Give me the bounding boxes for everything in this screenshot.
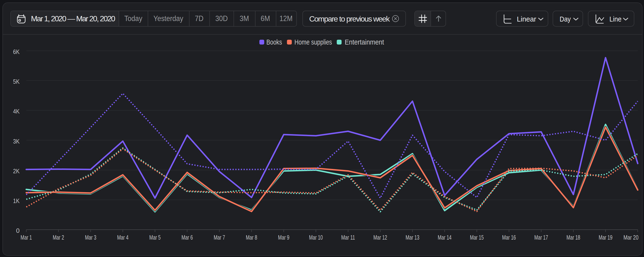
svg-text:2K: 2K	[13, 167, 20, 175]
svg-text:Mar 12: Mar 12	[374, 234, 387, 241]
svg-text:Mar 20: Mar 20	[624, 234, 638, 241]
svg-text:Mar 15: Mar 15	[470, 234, 484, 241]
svg-text:Mar 3: Mar 3	[85, 234, 96, 241]
svg-text:Mar 7: Mar 7	[214, 234, 225, 241]
svg-text:Mar 8: Mar 8	[246, 234, 257, 241]
svg-text:Mar 16: Mar 16	[502, 234, 516, 241]
svg-text:1K: 1K	[13, 197, 20, 204]
svg-text:Mar 6: Mar 6	[182, 234, 193, 241]
svg-text:Mar 2: Mar 2	[53, 234, 64, 241]
svg-text:Mar 13: Mar 13	[406, 234, 420, 241]
svg-text:Mar 19: Mar 19	[598, 234, 612, 241]
svg-text:5K: 5K	[13, 78, 20, 85]
svg-text:3K: 3K	[13, 138, 20, 145]
svg-text:Mar 10: Mar 10	[309, 234, 323, 241]
svg-text:Mar 1: Mar 1	[20, 234, 32, 241]
svg-text:Mar 11: Mar 11	[341, 234, 355, 241]
svg-text:4K: 4K	[13, 108, 20, 115]
svg-text:Mar 17: Mar 17	[534, 234, 548, 241]
svg-text:Mar 4: Mar 4	[117, 234, 128, 241]
svg-text:6K: 6K	[13, 48, 20, 55]
svg-text:Mar 5: Mar 5	[150, 234, 161, 241]
svg-text:Mar 18: Mar 18	[566, 234, 580, 241]
svg-text:Mar 14: Mar 14	[438, 234, 452, 241]
svg-text:Mar 9: Mar 9	[278, 234, 289, 241]
svg-text:0: 0	[16, 227, 20, 234]
